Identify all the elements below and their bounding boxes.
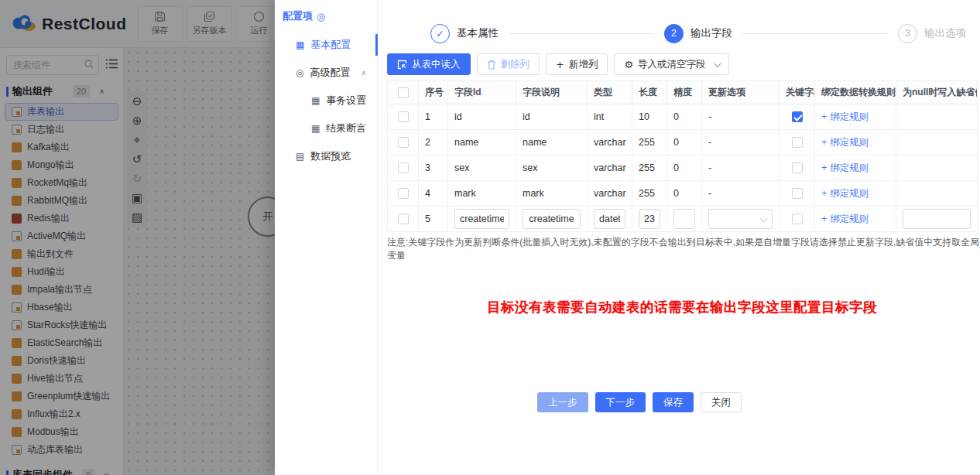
next-step-button[interactable]: 下一步 xyxy=(595,392,646,412)
nav-transaction-settings[interactable]: ▦ 事务设置 xyxy=(275,87,377,114)
chevron-up-icon: ∧ xyxy=(361,59,366,87)
col-field-desc: 字段说明 xyxy=(516,81,588,104)
col-field-id: 字段Id xyxy=(448,81,516,104)
col-length: 长度 xyxy=(632,81,667,104)
null-default-input[interactable] xyxy=(903,209,971,229)
output-config-panel: 配置项 ◎ ▦ 基本配置 ◎ 高级配置 ∧ ▦ 事务设置 ▦ 结果断言 ▤ xyxy=(275,0,980,475)
chevron-down-icon xyxy=(714,60,721,67)
advanced-config-icon: ◎ xyxy=(296,59,303,87)
footer-buttons: 上一步 下一步 保存 关闭 xyxy=(344,392,934,412)
table-row: 4 mark mark varchar 255 0 - +绑定规则 xyxy=(388,181,978,207)
red-annotation-text: 目标没有表需要自动建表的话需要在输出字段这里配置目标字段 xyxy=(387,298,977,316)
step-check-icon: ✓ xyxy=(430,24,450,43)
bind-rule-link[interactable]: +绑定规则 xyxy=(821,214,869,224)
trash-icon xyxy=(487,60,496,70)
col-key-field: 关键字段 xyxy=(780,81,815,104)
col-precision: 精度 xyxy=(667,81,702,104)
field-type-input[interactable] xyxy=(594,209,625,229)
step-connector xyxy=(743,33,887,34)
grid-icon: ▦ xyxy=(296,31,304,59)
field-id-input[interactable] xyxy=(454,209,509,229)
table-row-editable: 5 +绑定规则 xyxy=(388,207,978,232)
import-or-clear-fields-button[interactable]: ⚙ 导入或清空字段 xyxy=(614,53,728,75)
monitor-icon: ▤ xyxy=(296,142,304,170)
previous-step-button[interactable]: 上一步 xyxy=(537,392,588,412)
row-select-checkbox[interactable] xyxy=(398,111,409,122)
row-select-checkbox[interactable] xyxy=(398,214,409,224)
col-type: 类型 xyxy=(588,81,632,104)
step-output-options[interactable]: 3 输出选项 xyxy=(898,24,966,43)
col-null-default: 为null时写入缺省值 xyxy=(896,81,978,104)
step-output-fields[interactable]: 2 输出字段 xyxy=(664,24,732,43)
close-button[interactable]: 关闭 xyxy=(701,392,742,412)
step-number: 3 xyxy=(898,24,917,43)
col-bind-rule: 绑定数据转换规则 xyxy=(815,81,896,104)
target-icon: ◎ xyxy=(317,11,325,22)
field-desc-input[interactable] xyxy=(523,209,581,229)
nav-basic-config[interactable]: ▦ 基本配置 xyxy=(275,31,377,59)
table-row: 1 id id int 10 0 - +绑定规则 xyxy=(388,104,978,130)
step-indicator: ✓ 基本属性 2 输出字段 3 输出选项 xyxy=(430,23,966,43)
row-select-checkbox[interactable] xyxy=(398,162,409,173)
row-select-checkbox[interactable] xyxy=(398,137,409,148)
delete-column-button[interactable]: 删除列 xyxy=(477,53,540,75)
col-update-option: 更新选项 xyxy=(702,81,780,104)
bind-rule-link[interactable]: +绑定规则 xyxy=(821,111,869,122)
field-precision-input[interactable] xyxy=(673,209,695,229)
nav-result-assertion[interactable]: ▦ 结果断言 xyxy=(275,114,377,142)
read-table-icon xyxy=(397,60,407,70)
step-number: 2 xyxy=(664,24,684,43)
col-seq: 序号 xyxy=(419,81,448,104)
key-field-checkbox[interactable] xyxy=(792,214,803,224)
table-row: 3 sex sex varchar 255 0 - +绑定规则 xyxy=(388,155,978,181)
nav-data-preview[interactable]: ▤ 数据预览 xyxy=(275,142,377,170)
step-basic-attributes[interactable]: ✓ 基本属性 xyxy=(430,24,499,43)
key-field-checkbox[interactable] xyxy=(792,137,803,148)
chevron-down-icon xyxy=(760,215,768,223)
bind-rule-link[interactable]: +绑定规则 xyxy=(821,188,869,199)
table-header-row: 序号 字段Id 字段说明 类型 长度 精度 更新选项 关键字段 绑定数据转换规则… xyxy=(388,81,978,104)
config-content: ✓ 基本属性 2 输出字段 3 输出选项 xyxy=(378,0,980,475)
step-connector xyxy=(509,33,653,34)
table-toolbar: 从表中读入 删除列 + 新增列 ⚙ 导入或清空字段 xyxy=(387,53,980,75)
select-all-checkbox[interactable] xyxy=(398,87,409,98)
key-field-checkbox[interactable] xyxy=(792,188,803,199)
key-field-checkbox[interactable] xyxy=(792,111,803,122)
table-row: 2 name name varchar 255 0 - +绑定规则 xyxy=(388,130,978,155)
save-config-button[interactable]: 保存 xyxy=(653,392,694,412)
key-field-checkbox[interactable] xyxy=(792,162,803,173)
output-fields-table: 序号 字段Id 字段说明 类型 长度 精度 更新选项 关键字段 绑定数据转换规则… xyxy=(387,80,978,232)
config-nav-title: 配置项 ◎ xyxy=(283,9,377,23)
nav-advanced-config[interactable]: ◎ 高级配置 ∧ xyxy=(275,59,377,87)
read-from-table-button[interactable]: 从表中读入 xyxy=(387,53,471,75)
table-note: 注意:关键字段作为更新判断条件(批量插入时无效),未配置的字段不会输出到目标表中… xyxy=(387,236,980,262)
plus-icon: + xyxy=(556,60,564,70)
modal-backdrop xyxy=(0,0,275,475)
field-length-input[interactable] xyxy=(639,209,660,229)
grid-icon: ▦ xyxy=(311,87,320,114)
update-option-select[interactable] xyxy=(708,209,773,229)
gear-icon: ⚙ xyxy=(624,60,633,70)
bind-rule-link[interactable]: +绑定规则 xyxy=(821,137,869,148)
add-column-button[interactable]: + 新增列 xyxy=(546,53,608,75)
row-select-checkbox[interactable] xyxy=(398,188,409,199)
grid-icon: ▦ xyxy=(311,114,320,142)
bind-rule-link[interactable]: +绑定规则 xyxy=(821,162,869,173)
app-root: RestCloud 保存 xyxy=(0,0,980,475)
